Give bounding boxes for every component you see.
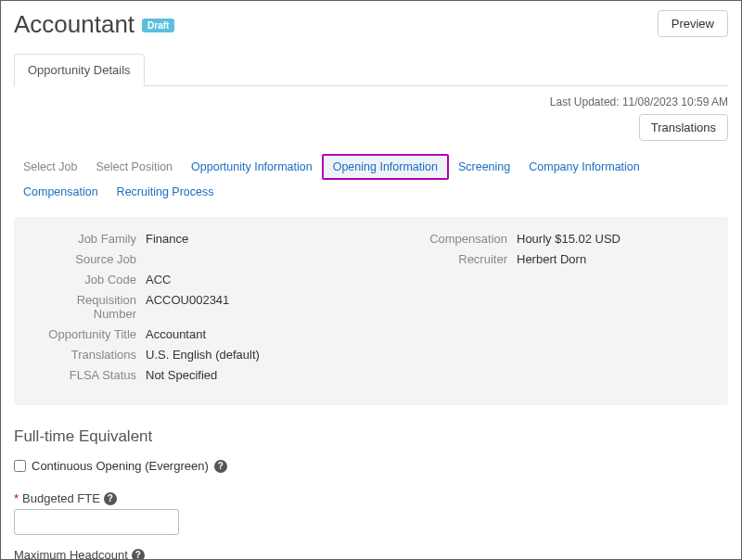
subtab-select-position: Select Position	[86, 155, 182, 179]
summary-left: Job Family Finance Source Job Job Code A…	[31, 232, 387, 388]
last-updated-label: Last Updated:	[550, 95, 620, 108]
app-frame: Accountant Draft Preview Opportunity Det…	[0, 0, 742, 560]
label-translations: Translations	[31, 348, 146, 362]
section-header-fte: Full-time Equivalent	[14, 427, 728, 446]
budgeted-fte-input[interactable]	[14, 509, 179, 535]
subtab-select-job: Select Job	[14, 155, 86, 179]
preview-button[interactable]: Preview	[658, 10, 728, 37]
help-icon[interactable]: ?	[214, 460, 227, 473]
summary-right: Compensation Hourly $15.02 USD Recruiter…	[415, 232, 711, 388]
tab-opportunity-details[interactable]: Opportunity Details	[14, 54, 145, 86]
kv-recruiter: Recruiter Herbert Dorn	[415, 252, 711, 266]
page-title: Accountant	[14, 10, 134, 39]
continuous-opening-row: Continuous Opening (Evergreen) ?	[14, 459, 728, 473]
label-budgeted-fte: * Budgeted FTE ?	[14, 491, 728, 505]
last-updated-row: Last Updated: 11/08/2023 10:59 AM	[14, 95, 728, 108]
last-updated-value: 11/08/2023 10:59 AM	[622, 95, 728, 108]
kv-job-family: Job Family Finance	[31, 232, 387, 246]
kv-compensation: Compensation Hourly $15.02 USD	[415, 232, 711, 246]
value-requisition-number: ACCOU002341	[146, 293, 229, 321]
summary-box: Job Family Finance Source Job Job Code A…	[14, 217, 728, 405]
main-tab-row: Opportunity Details	[14, 54, 728, 86]
label-job-code: Job Code	[31, 273, 146, 286]
continuous-opening-checkbox[interactable]	[14, 460, 26, 472]
kv-job-code: Job Code ACC	[31, 273, 387, 286]
budgeted-fte-label-text: Budgeted FTE	[22, 491, 100, 505]
translations-button[interactable]: Translations	[639, 114, 728, 141]
value-compensation: Hourly $15.02 USD	[517, 232, 620, 246]
subtab-opportunity-information[interactable]: Opportunity Information	[182, 155, 322, 179]
kv-flsa-status: FLSA Status Not Specified	[31, 368, 387, 382]
header-row: Accountant Draft Preview	[14, 10, 728, 39]
continuous-opening-label: Continuous Opening (Evergreen)	[32, 459, 209, 473]
subtab-opening-information[interactable]: Opening Information	[322, 154, 449, 180]
status-badge: Draft	[142, 19, 174, 32]
max-headcount-label-text: Maximum Headcount	[14, 548, 128, 560]
subtab-recruiting-process[interactable]: Recruiting Process	[108, 180, 224, 204]
value-job-family: Finance	[146, 232, 188, 246]
value-recruiter: Herbert Dorn	[517, 252, 586, 266]
field-max-headcount: Maximum Headcount ?	[14, 548, 728, 560]
kv-source-job: Source Job	[31, 252, 387, 266]
value-opportunity-title: Accountant	[146, 327, 206, 341]
value-job-code: ACC	[146, 273, 171, 286]
label-job-family: Job Family	[31, 232, 146, 246]
translations-button-wrap: Translations	[14, 114, 728, 141]
kv-opportunity-title: Opportunity Title Accountant	[31, 327, 387, 341]
label-compensation: Compensation	[415, 232, 517, 246]
subtab-screening[interactable]: Screening	[449, 155, 519, 179]
help-icon[interactable]: ?	[104, 492, 117, 505]
required-star-icon: *	[14, 491, 19, 505]
value-translations: U.S. English (default)	[146, 348, 260, 362]
kv-requisition-number: Requisition Number ACCOU002341	[31, 293, 387, 321]
label-requisition-number: Requisition Number	[31, 293, 146, 321]
subtab-company-information[interactable]: Company Information	[519, 155, 649, 179]
subtab-row: Select Job Select Position Opportunity I…	[14, 154, 728, 204]
field-budgeted-fte: * Budgeted FTE ?	[14, 491, 728, 535]
label-source-job: Source Job	[31, 252, 146, 266]
label-flsa-status: FLSA Status	[31, 368, 146, 382]
value-flsa-status: Not Specified	[146, 368, 217, 382]
subtab-compensation[interactable]: Compensation	[14, 180, 108, 204]
label-recruiter: Recruiter	[415, 252, 517, 266]
help-icon[interactable]: ?	[132, 549, 145, 561]
label-max-headcount: Maximum Headcount ?	[14, 548, 728, 560]
label-opportunity-title: Opportunity Title	[31, 327, 146, 341]
kv-translations: Translations U.S. English (default)	[31, 348, 387, 362]
title-wrap: Accountant Draft	[14, 10, 174, 39]
